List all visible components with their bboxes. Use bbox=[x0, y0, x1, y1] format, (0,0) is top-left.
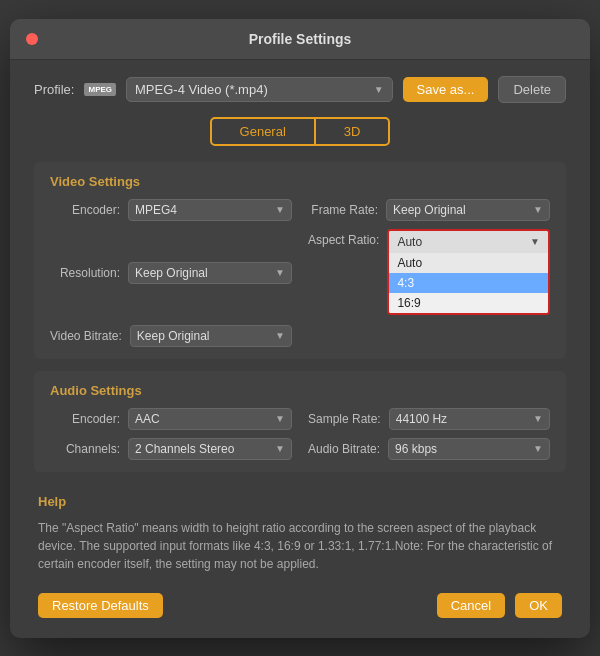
frame-rate-value: Keep Original bbox=[393, 203, 466, 217]
audio-settings-section: Audio Settings Encoder: AAC ▼ Sample Rat… bbox=[34, 371, 566, 472]
aspect-ratio-row: Aspect Ratio: Auto ▼ Auto bbox=[308, 229, 550, 317]
profile-select[interactable]: MPEG-4 Video (*.mp4) ▼ bbox=[126, 77, 393, 102]
help-header: Help bbox=[38, 494, 562, 509]
video-bitrate-value: Keep Original bbox=[137, 329, 210, 343]
sample-rate-row: Sample Rate: 44100 Hz ▼ bbox=[308, 408, 550, 430]
audio-encoder-select[interactable]: AAC ▼ bbox=[128, 408, 292, 430]
help-text: The "Aspect Ratio" means width to height… bbox=[38, 519, 562, 573]
mpeg-icon: MPEG bbox=[84, 83, 116, 96]
video-bitrate-label: Video Bitrate: bbox=[50, 329, 122, 343]
audio-settings-grid: Encoder: AAC ▼ Sample Rate: 44100 Hz ▼ C… bbox=[50, 408, 550, 460]
dropdown-option-auto-top[interactable]: Auto ▼ bbox=[389, 231, 548, 253]
window-content: Profile: MPEG MPEG-4 Video (*.mp4) ▼ Sav… bbox=[10, 60, 590, 638]
window-title: Profile Settings bbox=[249, 31, 352, 47]
audio-encoder-value: AAC bbox=[135, 412, 160, 426]
chevron-down-icon: ▼ bbox=[533, 413, 543, 424]
chevron-down-icon: ▼ bbox=[275, 267, 285, 278]
profile-settings-window: Profile Settings Profile: MPEG MPEG-4 Vi… bbox=[10, 19, 590, 638]
chevron-up-icon: ▼ bbox=[530, 236, 540, 247]
resolution-row: Resolution: Keep Original ▼ bbox=[50, 229, 292, 317]
video-settings-grid: Encoder: MPEG4 ▼ Frame Rate: Keep Origin… bbox=[50, 199, 550, 347]
resolution-value: Keep Original bbox=[135, 266, 208, 280]
ok-button[interactable]: OK bbox=[515, 593, 562, 618]
video-bitrate-row: Video Bitrate: Keep Original ▼ bbox=[50, 325, 292, 347]
cancel-button[interactable]: Cancel bbox=[437, 593, 505, 618]
dropdown-option-auto[interactable]: Auto bbox=[389, 253, 548, 273]
frame-rate-label: Frame Rate: bbox=[308, 203, 378, 217]
chevron-down-icon: ▼ bbox=[275, 204, 285, 215]
delete-button[interactable]: Delete bbox=[498, 76, 566, 103]
encoder-row: Encoder: MPEG4 ▼ bbox=[50, 199, 292, 221]
profile-row: Profile: MPEG MPEG-4 Video (*.mp4) ▼ Sav… bbox=[34, 76, 566, 103]
close-button[interactable] bbox=[26, 33, 38, 45]
audio-settings-header: Audio Settings bbox=[50, 383, 550, 398]
chevron-down-icon: ▼ bbox=[275, 330, 285, 341]
tab-3d[interactable]: 3D bbox=[315, 117, 391, 146]
help-section: Help The "Aspect Ratio" means width to h… bbox=[34, 484, 566, 577]
audio-bitrate-value: 96 kbps bbox=[395, 442, 437, 456]
video-bitrate-select[interactable]: Keep Original ▼ bbox=[130, 325, 292, 347]
channels-label: Channels: bbox=[50, 442, 120, 456]
audio-encoder-row: Encoder: AAC ▼ bbox=[50, 408, 292, 430]
chevron-down-icon: ▼ bbox=[275, 443, 285, 454]
tabs-container: General 3D bbox=[34, 117, 566, 146]
restore-defaults-button[interactable]: Restore Defaults bbox=[38, 593, 163, 618]
video-settings-section: Video Settings Encoder: MPEG4 ▼ Frame Ra… bbox=[34, 162, 566, 359]
video-settings-header: Video Settings bbox=[50, 174, 550, 189]
bottom-bar: Restore Defaults Cancel OK bbox=[34, 593, 566, 618]
audio-bitrate-select[interactable]: 96 kbps ▼ bbox=[388, 438, 550, 460]
resolution-select[interactable]: Keep Original ▼ bbox=[128, 262, 292, 284]
dropdown-option-16-9[interactable]: 16:9 bbox=[389, 293, 548, 313]
channels-value: 2 Channels Stereo bbox=[135, 442, 234, 456]
bottom-right-buttons: Cancel OK bbox=[437, 593, 562, 618]
sample-rate-value: 44100 Hz bbox=[396, 412, 447, 426]
channels-select[interactable]: 2 Channels Stereo ▼ bbox=[128, 438, 292, 460]
profile-select-value: MPEG-4 Video (*.mp4) bbox=[135, 82, 268, 97]
chevron-down-icon: ▼ bbox=[374, 84, 384, 95]
sample-rate-select[interactable]: 44100 Hz ▼ bbox=[389, 408, 550, 430]
sample-rate-label: Sample Rate: bbox=[308, 412, 381, 426]
tab-general[interactable]: General bbox=[210, 117, 315, 146]
aspect-ratio-label: Aspect Ratio: bbox=[308, 229, 379, 247]
audio-bitrate-row: Audio Bitrate: 96 kbps ▼ bbox=[308, 438, 550, 460]
channels-row: Channels: 2 Channels Stereo ▼ bbox=[50, 438, 292, 460]
chevron-down-icon: ▼ bbox=[533, 443, 543, 454]
dropdown-auto-label: Auto bbox=[397, 235, 422, 249]
encoder-label: Encoder: bbox=[50, 203, 120, 217]
aspect-ratio-container: Auto ▼ Auto 4:3 bbox=[387, 229, 550, 317]
encoder-value: MPEG4 bbox=[135, 203, 177, 217]
frame-rate-select[interactable]: Keep Original ▼ bbox=[386, 199, 550, 221]
frame-rate-row: Frame Rate: Keep Original ▼ bbox=[308, 199, 550, 221]
save-as-button[interactable]: Save as... bbox=[403, 77, 489, 102]
empty-cell bbox=[308, 325, 550, 347]
dropdown-option-4-3[interactable]: 4:3 bbox=[389, 273, 548, 293]
chevron-down-icon: ▼ bbox=[533, 204, 543, 215]
resolution-label: Resolution: bbox=[50, 266, 120, 280]
encoder-select[interactable]: MPEG4 ▼ bbox=[128, 199, 292, 221]
audio-encoder-label: Encoder: bbox=[50, 412, 120, 426]
chevron-down-icon: ▼ bbox=[275, 413, 285, 424]
audio-bitrate-label: Audio Bitrate: bbox=[308, 442, 380, 456]
titlebar: Profile Settings bbox=[10, 19, 590, 60]
profile-label: Profile: bbox=[34, 82, 74, 97]
